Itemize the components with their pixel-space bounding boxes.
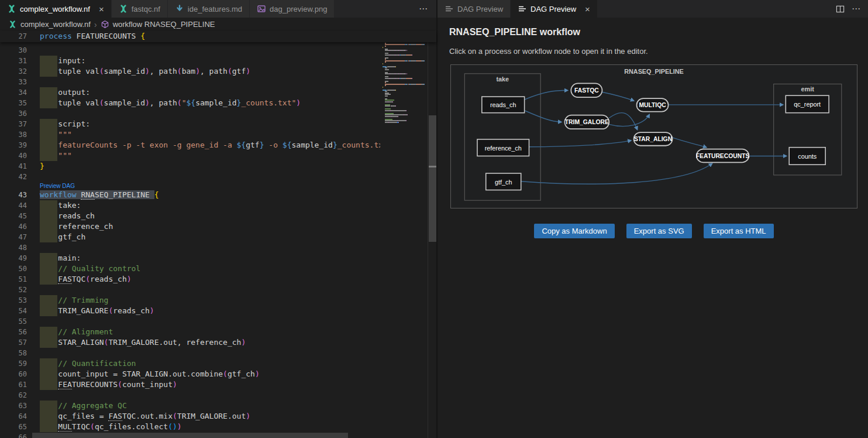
tab-complex-workflow-nf[interactable]: complex_workflow.nf× xyxy=(0,0,112,18)
minimap[interactable] xyxy=(380,31,427,438)
dag-node-MULTIQC[interactable]: MULTIQC xyxy=(636,98,668,112)
dag-diagram: RNASEQ_PIPELINEtakeemitreads_chreference… xyxy=(451,65,857,208)
sticky-scroll-line[interactable]: 27process FEATURECOUNTS { xyxy=(0,31,436,42)
code-line[interactable]: 46 reference_ch xyxy=(0,221,380,232)
code-line[interactable]: 49 main: xyxy=(0,253,380,264)
close-icon[interactable]: × xyxy=(99,5,104,13)
code-line[interactable]: 61 FEATURECOUNTS(count_input) xyxy=(0,379,380,390)
code-line[interactable]: 58 xyxy=(0,348,380,358)
breadcrumb-symbol[interactable]: workflow RNASEQ_PIPELINE xyxy=(113,20,215,29)
code-line[interactable]: 32 tuple val(sample_id), path(bam), path… xyxy=(0,66,380,77)
code-line[interactable]: 39 featureCounts -p -t exon -g gene_id -… xyxy=(0,140,380,150)
code-line[interactable]: 44 take: xyxy=(0,200,380,211)
code-line[interactable]: 45 reads_ch xyxy=(0,211,380,221)
code-line[interactable]: 63 // Aggregate QC xyxy=(0,401,380,411)
code-line[interactable]: 31 input: xyxy=(0,56,380,66)
dag-node-gtf_ch[interactable]: gtf_ch xyxy=(486,173,521,190)
line-text: tuple val(sample_id), path("${sample_id}… xyxy=(40,98,301,108)
code-line[interactable]: 36 xyxy=(0,108,380,119)
line-number: 40 xyxy=(0,150,27,161)
close-icon[interactable]: × xyxy=(585,5,590,13)
svg-text:reads_ch: reads_ch xyxy=(490,101,516,108)
code-line[interactable]: 56 // Alignment xyxy=(0,327,380,337)
tab-overflow-button[interactable]: ⋯ xyxy=(411,0,436,18)
horizontal-scrollbar-thumb[interactable] xyxy=(32,433,348,438)
split-editor-icon[interactable] xyxy=(836,5,845,13)
code-line[interactable]: 33 xyxy=(0,77,380,87)
tab-dag-preview-inactive[interactable]: DAG Preview xyxy=(438,0,511,18)
tab-dag-preview-active[interactable]: DAG Preview × xyxy=(511,0,598,18)
dag-node-reference_ch[interactable]: reference_ch xyxy=(477,139,529,156)
line-number: 30 xyxy=(0,45,27,56)
line-number: 65 xyxy=(0,422,27,432)
dag-node-reads_ch[interactable]: reads_ch xyxy=(482,97,525,113)
code-line[interactable]: 64 qc_files = FASTQC.out.mix(TRIM_GALORE… xyxy=(0,411,380,422)
svg-text:gtf_ch: gtf_ch xyxy=(495,179,512,186)
vertical-scrollbar-thumb[interactable] xyxy=(429,115,437,242)
export-as-svg-button[interactable]: Export as SVG xyxy=(626,224,692,238)
more-actions-icon[interactable]: ⋯ xyxy=(852,4,861,14)
code-line[interactable]: 41} xyxy=(0,161,380,172)
line-number: 43 xyxy=(0,190,27,200)
line-text: // Alignment xyxy=(40,327,113,337)
line-text: featureCounts -p -t exon -g gene_id -a $… xyxy=(40,140,380,150)
dag-node-counts[interactable]: counts xyxy=(789,148,825,165)
codelens-preview-dag[interactable]: Preview DAG xyxy=(0,182,380,190)
line-number: 45 xyxy=(0,211,27,221)
code-line[interactable]: 52 xyxy=(0,285,380,295)
copy-as-markdown-button[interactable]: Copy as Markdown xyxy=(534,224,614,238)
code-line[interactable]: 60 count_input = STAR_ALIGN.out.combine(… xyxy=(0,369,380,379)
code-line[interactable]: 54 TRIM_GALORE(reads_ch) xyxy=(0,306,380,316)
dag-node-TRIM_GALORE[interactable]: TRIM_GALORE xyxy=(565,115,609,129)
code-line[interactable]: 59 // Quantification xyxy=(0,358,380,369)
code-line[interactable]: 47 gtf_ch xyxy=(0,232,380,242)
vertical-scrollbar[interactable] xyxy=(428,31,437,438)
svg-text:FEATURECOUNTS: FEATURECOUNTS xyxy=(696,153,750,159)
line-number: 34 xyxy=(0,87,27,98)
code-line[interactable]: 34 output: xyxy=(0,87,380,98)
vscode-window: complex_workflow.nf×fastqc.nfide_feature… xyxy=(0,0,868,438)
tab-ide-features-md[interactable]: ide_features.md xyxy=(168,0,250,18)
svg-text:reference_ch: reference_ch xyxy=(485,145,522,152)
code-line[interactable]: 40 """ xyxy=(0,150,380,161)
sticky-code-line[interactable]: 27process FEATURECOUNTS { xyxy=(0,31,436,42)
code-line[interactable]: 57 STAR_ALIGN(TRIM_GALORE.out, reference… xyxy=(0,337,380,348)
tab-dag-preview-png[interactable]: dag_preview.png xyxy=(250,0,335,18)
line-text: process FEATURECOUNTS { xyxy=(40,31,145,42)
code-line[interactable]: 55 xyxy=(0,316,380,327)
code-line[interactable]: 43workflow RNASEQ_PIPELINE { xyxy=(0,190,380,200)
code-line[interactable]: 51 FASTQC(reads_ch) xyxy=(0,274,380,285)
dag-node-FEATURECOUNTS[interactable]: FEATURECOUNTS xyxy=(696,149,750,163)
code-line[interactable]: 48 xyxy=(0,242,380,253)
code-line[interactable]: 62 xyxy=(0,390,380,401)
code-line[interactable]: 35 tuple val(sample_id), path("${sample_… xyxy=(0,98,380,108)
line-number: 62 xyxy=(0,390,27,401)
svg-text:take: take xyxy=(496,76,509,83)
line-text: """ xyxy=(40,150,72,161)
code-editor[interactable]: 27process FEATURECOUNTS { 3031 input:32 … xyxy=(0,31,436,438)
dag-node-qc_report[interactable]: qc_report xyxy=(786,95,829,113)
preview-icon xyxy=(445,4,454,13)
dag-edge-reads_ch-to-FASTQC xyxy=(525,90,568,100)
image-icon xyxy=(257,4,266,13)
code-line[interactable]: 30 xyxy=(0,45,380,56)
dag-edge-FASTQC-to-MULTIQC xyxy=(602,92,633,101)
tab-fastqc-nf[interactable]: fastqc.nf xyxy=(112,0,168,18)
code-line[interactable]: 50 // Quality control xyxy=(0,264,380,274)
code-line[interactable]: 38 """ xyxy=(0,129,380,140)
line-text: script: xyxy=(40,119,90,129)
line-number: 51 xyxy=(0,274,27,285)
line-number: 33 xyxy=(0,77,27,87)
horizontal-scrollbar[interactable] xyxy=(0,432,380,438)
code-line[interactable]: 65 MULTIQC(qc_files.collect()) xyxy=(0,422,380,432)
line-text: qc_files = FASTQC.out.mix(TRIM_GALORE.ou… xyxy=(40,411,250,422)
tab-label: DAG Preview xyxy=(531,5,576,13)
code-line[interactable]: 42 xyxy=(0,172,380,182)
code-line[interactable]: 53 // Trimming xyxy=(0,295,380,306)
code-line[interactable]: 37 script: xyxy=(0,119,380,129)
export-as-html-button[interactable]: Export as HTML xyxy=(704,224,774,238)
dag-node-STAR_ALIGN[interactable]: STAR_ALIGN xyxy=(634,132,673,146)
dag-node-FASTQC[interactable]: FASTQC xyxy=(571,83,602,97)
line-text: input: xyxy=(40,56,85,66)
breadcrumb-file[interactable]: complex_workflow.nf xyxy=(20,20,91,29)
